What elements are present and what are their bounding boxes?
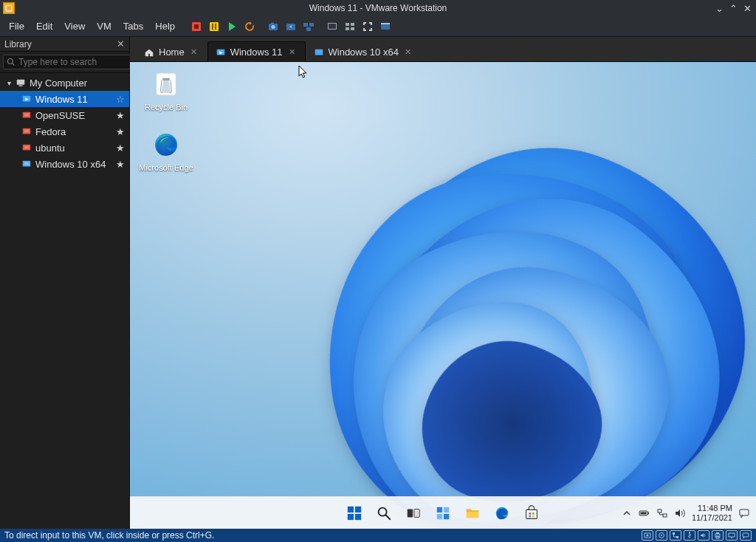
taskbar-file-explorer-button[interactable] — [463, 504, 482, 523]
vm-icon — [21, 142, 32, 154]
tab-windows-11[interactable]: Windows 11 ✕ — [207, 41, 306, 62]
tree-item-windows-11[interactable]: Windows 11 ☆ — [0, 91, 129, 107]
tree-root-my-computer[interactable]: ▾ My Computer — [0, 75, 129, 91]
tab-home[interactable]: Home ✕ — [136, 41, 207, 62]
toolbar-fullscreen-button[interactable] — [360, 19, 376, 34]
taskbar-task-view-button[interactable] — [404, 504, 423, 523]
svg-rect-27 — [18, 86, 22, 86]
toolbar-power-on-button[interactable] — [224, 19, 240, 34]
svg-rect-4 — [210, 22, 219, 31]
taskbar-search-button[interactable] — [374, 504, 394, 523]
menu-help[interactable]: Help — [149, 18, 181, 35]
vm-icon — [21, 126, 32, 137]
device-network-icon[interactable] — [670, 530, 681, 541]
tray-volume-icon[interactable] — [674, 507, 686, 519]
svg-rect-37 — [24, 162, 30, 165]
svg-rect-51 — [437, 507, 442, 512]
svg-rect-65 — [663, 514, 667, 517]
toolbar-snapshot-button[interactable] — [265, 19, 281, 34]
star-icon[interactable]: ★ — [116, 159, 125, 170]
toolbar-power-off-button[interactable] — [188, 19, 205, 34]
svg-rect-44 — [355, 506, 361, 512]
host-close-button[interactable]: ✕ — [743, 3, 752, 14]
file-explorer-icon — [464, 505, 481, 521]
tab-close-button[interactable]: ✕ — [403, 47, 413, 58]
svg-rect-58 — [532, 512, 535, 515]
device-usb-icon[interactable] — [684, 530, 695, 541]
host-minimize-button[interactable]: ⌄ — [715, 3, 724, 14]
device-hdd-icon[interactable] — [642, 530, 653, 541]
device-display-icon[interactable] — [726, 530, 738, 541]
library-close-button[interactable]: ✕ — [117, 38, 125, 49]
star-outline-icon[interactable]: ☆ — [116, 94, 125, 105]
svg-rect-22 — [381, 23, 390, 24]
host-maximize-button[interactable]: ⌃ — [729, 3, 738, 14]
mouse-cursor-icon — [298, 65, 309, 80]
device-sound-icon[interactable] — [698, 530, 709, 541]
widgets-icon — [435, 505, 451, 521]
toolbar-suspend-button[interactable] — [206, 19, 222, 34]
tab-close-button[interactable]: ✕ — [287, 47, 298, 58]
tray-network-icon[interactable] — [656, 507, 668, 519]
tree-item-windows-10-x64[interactable]: Windows 10 x64 ★ — [0, 156, 129, 172]
main-area: Home ✕ Windows 11 ✕ Windows 10 x64 ✕ — [130, 37, 756, 529]
library-search-box[interactable] — [3, 55, 133, 69]
tray-notifications-button[interactable] — [738, 507, 750, 519]
tab-label: Home — [159, 47, 185, 58]
statusbar-device-icons — [642, 530, 752, 541]
library-tree: ▾ My Computer Windows 11 ☆ OpenSUSE ★ Fe… — [0, 73, 129, 529]
device-printer-icon[interactable] — [712, 530, 724, 541]
tree-item-ubuntu[interactable]: ubuntu ★ — [0, 140, 129, 156]
tree-item-label: Windows 10 x64 — [35, 159, 106, 170]
recycle-bin-icon — [150, 68, 182, 100]
menu-file[interactable]: File — [3, 18, 30, 35]
store-icon — [523, 505, 540, 521]
tray-overflow-button[interactable] — [621, 507, 633, 519]
toolbar-thumbnail-view-button[interactable] — [342, 19, 358, 34]
toolbar-snapshot-manager-button[interactable] — [300, 19, 317, 34]
menu-view[interactable]: View — [58, 18, 91, 35]
windows-11-bloom-wallpaper — [254, 121, 756, 529]
desktop-icon-microsoft-edge[interactable]: Microsoft Edge — [139, 128, 193, 172]
toolbar-unity-button[interactable] — [377, 19, 394, 34]
taskbar-microsoft-store-button[interactable] — [522, 504, 541, 523]
host-statusbar: To direct input to this VM, click inside… — [0, 529, 756, 542]
disclosure-triangle-icon: ▾ — [4, 79, 13, 87]
statusbar-message-icon[interactable] — [740, 530, 752, 541]
vm-icon — [21, 109, 32, 121]
tab-close-button[interactable]: ✕ — [189, 47, 199, 58]
menu-edit[interactable]: Edit — [30, 18, 58, 35]
svg-rect-54 — [444, 513, 449, 518]
svg-rect-33 — [24, 129, 30, 132]
taskbar-start-button[interactable] — [345, 504, 364, 523]
guest-taskbar: 11:48 PM 11/17/2021 — [130, 496, 756, 529]
menu-vm[interactable]: VM — [91, 18, 117, 35]
tray-clock[interactable]: 11:48 PM 11/17/2021 — [692, 504, 732, 522]
toolbar-console-view-button[interactable] — [324, 19, 340, 34]
svg-rect-12 — [303, 23, 308, 27]
tab-windows-10-x64[interactable]: Windows 10 x64 ✕ — [306, 41, 422, 62]
tree-item-fedora[interactable]: Fedora ★ — [0, 123, 129, 140]
star-icon[interactable]: ★ — [116, 143, 125, 154]
desktop-icon-recycle-bin[interactable]: Recycle Bin — [139, 68, 193, 112]
svg-rect-62 — [647, 512, 649, 514]
device-cd-icon[interactable] — [656, 530, 667, 541]
svg-point-68 — [647, 535, 649, 537]
star-icon[interactable]: ★ — [116, 110, 125, 121]
taskbar-widgets-button[interactable] — [433, 504, 453, 523]
svg-rect-79 — [743, 533, 749, 537]
guest-vm-display[interactable]: Recycle Bin — [130, 62, 756, 529]
tree-item-opensuse[interactable]: OpenSUSE ★ — [0, 107, 129, 123]
host-toolbar — [188, 19, 394, 34]
svg-point-70 — [661, 535, 662, 536]
vm-running-icon — [216, 47, 226, 58]
star-icon[interactable]: ★ — [116, 126, 125, 137]
svg-rect-16 — [329, 24, 336, 29]
task-view-icon — [405, 505, 422, 521]
tray-battery-icon[interactable] — [639, 507, 650, 519]
taskbar-edge-button[interactable] — [492, 504, 512, 523]
toolbar-revert-snapshot-button[interactable] — [283, 19, 299, 34]
library-search-input[interactable] — [18, 57, 129, 67]
toolbar-restart-button[interactable] — [241, 19, 258, 34]
menu-tabs[interactable]: Tabs — [117, 18, 149, 35]
